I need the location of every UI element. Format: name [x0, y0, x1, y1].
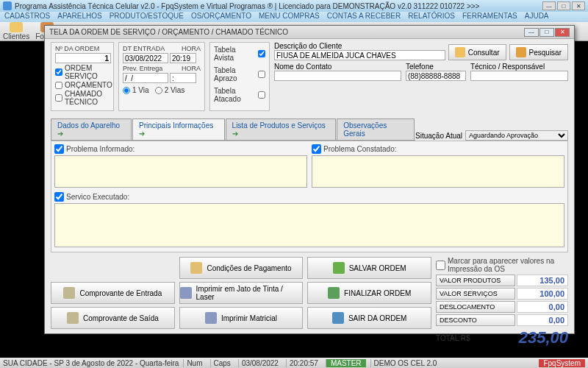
- total-value: 235,00: [519, 328, 568, 347]
- chk-orcamento[interactable]: ORÇAMENTO: [55, 81, 110, 89]
- money-icon: [190, 262, 202, 274]
- tab-principais[interactable]: Principais Informações ➔: [132, 118, 225, 140]
- pesquisar-icon: [516, 47, 526, 57]
- menu-cadastros[interactable]: CADASTROS: [4, 12, 50, 22]
- tecnico-input[interactable]: [470, 71, 568, 81]
- doc-icon: [67, 312, 79, 324]
- statusbar: SUA CIDADE - SP 3 de Agosto de 2022 - Qu…: [0, 358, 588, 368]
- radio-2vias[interactable]: 2 Vias: [155, 86, 185, 94]
- imprimir-matricial-button[interactable]: Imprimir Matricial: [179, 307, 304, 329]
- tab-dados-aparelho[interactable]: Dados do Aparelho ➔: [51, 118, 132, 140]
- exit-icon: [332, 312, 344, 324]
- main-menubar: CADASTROS APARELHOS PRODUTO/ESTOQUE OS/O…: [0, 12, 588, 22]
- total-label: TOTAL R$: [436, 334, 470, 342]
- dialog-close[interactable]: ✕: [555, 28, 570, 37]
- consultar-icon: [455, 47, 465, 57]
- finalizar-button[interactable]: FINALIZAR ORDEM: [307, 282, 431, 304]
- chk-problema-informado[interactable]: [54, 144, 64, 154]
- sair-button[interactable]: SAIR DA ORDEM: [307, 307, 431, 329]
- desconto-value: 0,00: [517, 314, 568, 326]
- imprimir-jato-button[interactable]: Imprimir em Jato de Tinta / Laser: [179, 282, 304, 304]
- comp-saida-button[interactable]: Comprovante de Saída: [51, 307, 175, 329]
- chk-tabela-aprazo[interactable]: Tabela Aprazo: [214, 66, 265, 82]
- telefone-input[interactable]: [406, 71, 466, 81]
- chk-marcar-impressao[interactable]: [436, 261, 445, 270]
- problema-informado-textarea[interactable]: [54, 155, 307, 188]
- check-icon: [333, 262, 345, 274]
- chk-tabela-avista[interactable]: Tabela Avista: [214, 46, 265, 62]
- produtos-value: 135,00: [517, 275, 568, 286]
- dialog-maximize[interactable]: □: [539, 28, 554, 37]
- hora2-input[interactable]: [170, 73, 196, 83]
- arrow-icon: ➔: [139, 130, 145, 138]
- chk-ordem-servico[interactable]: ORDEM SERVIÇO: [55, 64, 110, 80]
- close-button[interactable]: ✕: [572, 1, 585, 10]
- produtos-label: VALOR PRODUTOS: [436, 275, 515, 286]
- os-dialog: TELA DA ORDEM DE SERVIÇO / ORÇAMENTO / C…: [44, 25, 575, 334]
- toolbar-clientes[interactable]: Clientes: [3, 22, 29, 40]
- menu-produto[interactable]: PRODUTO/ESTOQUE: [110, 12, 184, 22]
- consultar-button[interactable]: Consultar: [448, 44, 506, 60]
- chk-servico-executado[interactable]: [54, 192, 64, 202]
- menu-contas[interactable]: CONTAS A RECEBER: [327, 12, 401, 22]
- status-fpq: FpqSystem: [539, 359, 585, 367]
- desloc-label: DESLOCAMENTO: [436, 301, 515, 313]
- app-icon: [3, 1, 12, 10]
- ordem-label: Nº DA ORDEM: [55, 45, 110, 52]
- salvar-button[interactable]: SALVAR ORDEM: [307, 257, 431, 279]
- desconto-label: DESCONTO: [436, 314, 515, 326]
- dialog-title: TELA DA ORDEM DE SERVIÇO / ORÇAMENTO / C…: [49, 28, 288, 36]
- menu-ajuda[interactable]: AJUDA: [525, 12, 549, 22]
- minimize-button[interactable]: —: [542, 1, 556, 10]
- arrow-icon: ➔: [232, 130, 238, 138]
- hora-input[interactable]: [170, 53, 196, 63]
- arrow-icon: ➔: [57, 130, 63, 138]
- prev-entrega-input[interactable]: [123, 73, 168, 83]
- cliente-desc-input[interactable]: [274, 50, 445, 60]
- clientes-icon: [10, 22, 23, 32]
- chk-chamado[interactable]: CHAMADO TÉCNICO: [55, 90, 110, 106]
- chk-problema-constatado[interactable]: [312, 144, 321, 154]
- status-location: SUA CIDADE - SP 3 de Agosto de 2022 - Qu…: [3, 359, 179, 367]
- menu-aparelhos[interactable]: APARELHOS: [57, 12, 101, 22]
- doc-icon: [63, 287, 75, 299]
- status-demo: DEMO OS CEL 2.0: [370, 359, 440, 367]
- situacao-select[interactable]: Aguardando Aprovação: [465, 130, 568, 141]
- cond-pagamento-button[interactable]: Condições de Pagamento: [179, 257, 304, 279]
- maximize-button[interactable]: □: [557, 1, 570, 10]
- menu-ferramentas[interactable]: FERRAMENTAS: [462, 12, 517, 22]
- status-master: MASTER: [326, 359, 366, 367]
- printer-icon: [180, 287, 192, 299]
- dialog-minimize[interactable]: —: [524, 28, 539, 37]
- menu-os[interactable]: OS/ORÇAMENTO: [191, 12, 251, 22]
- desloc-value: 0,00: [517, 301, 568, 313]
- dialog-titlebar: TELA DA ORDEM DE SERVIÇO / ORÇAMENTO / C…: [45, 26, 574, 39]
- status-time: 20:20:57: [286, 359, 321, 367]
- pesquisar-button[interactable]: Pesquisar: [509, 44, 568, 60]
- servicos-label: VALOR SERVIÇOS: [436, 288, 515, 300]
- situacao-label: Situação Atual: [415, 132, 462, 140]
- radio-1via[interactable]: 1 Via: [123, 86, 149, 94]
- comp-entrada-button[interactable]: Comprovante de Entrada: [51, 282, 175, 304]
- servico-executado-textarea[interactable]: [54, 203, 564, 247]
- ordem-input[interactable]: [55, 53, 111, 63]
- status-caps: Caps: [210, 359, 234, 367]
- main-titlebar: Programa Assistência Técnica Celular v2.…: [0, 0, 588, 12]
- status-date: 03/08/2022: [238, 359, 282, 367]
- menu-relatorios[interactable]: RELATÓRIOS: [408, 12, 455, 22]
- problema-constatado-textarea[interactable]: [312, 155, 564, 188]
- tab-lista-produtos[interactable]: Lista de Produtos e Serviços ➔: [226, 118, 337, 140]
- contato-input[interactable]: [274, 71, 401, 81]
- status-num: Num: [183, 359, 205, 367]
- finish-icon: [328, 287, 340, 299]
- chk-tabela-atacado[interactable]: Tabela Atacado: [214, 87, 265, 103]
- menu-compras[interactable]: MENU COMPRAS: [259, 12, 320, 22]
- servicos-value: 100,00: [517, 288, 568, 300]
- dt-entrada-input[interactable]: [123, 53, 168, 63]
- app-title: Programa Assistência Técnica Celular v2.…: [15, 2, 479, 10]
- tab-observacoes[interactable]: Observações Gerais: [337, 118, 415, 140]
- printer-icon: [205, 312, 217, 324]
